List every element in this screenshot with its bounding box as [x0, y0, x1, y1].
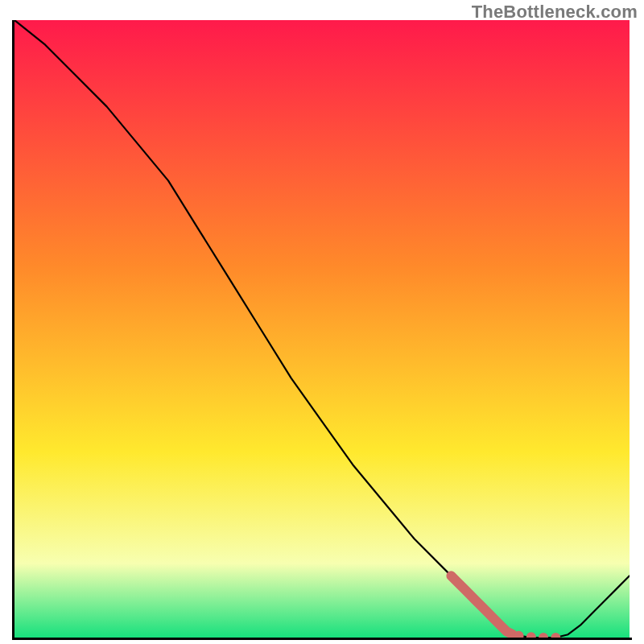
highlight-markers — [14, 20, 630, 638]
chart-container: TheBottleneck.com — [0, 0, 644, 644]
attribution-text: TheBottleneck.com — [472, 2, 638, 23]
svg-point-3 — [539, 633, 548, 638]
svg-point-2 — [526, 632, 536, 638]
svg-point-4 — [551, 633, 560, 638]
